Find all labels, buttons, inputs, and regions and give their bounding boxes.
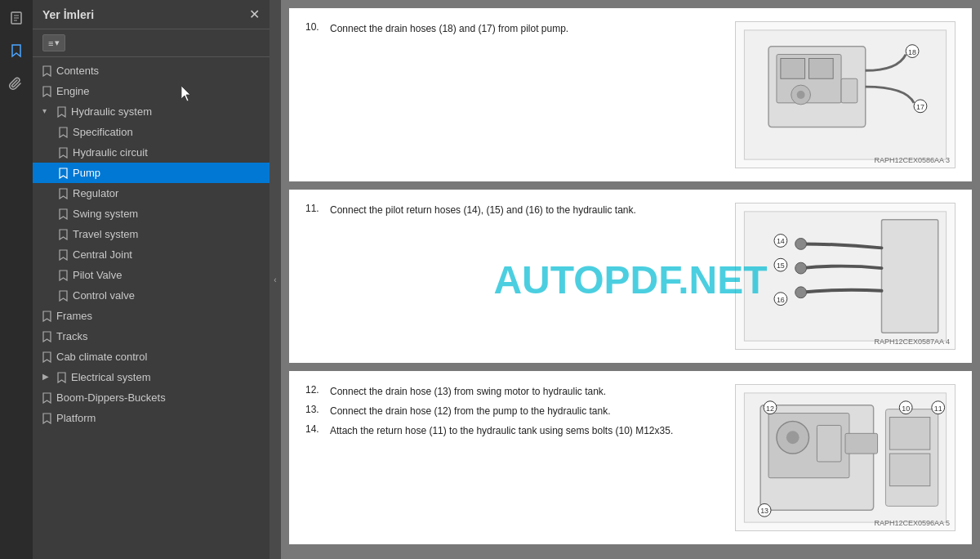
attachments-icon[interactable] [5, 72, 28, 95]
svg-text:14: 14 [777, 237, 785, 245]
main-content: ‹ AUTOPDF.NET 10. Connect the drain hose… [270, 0, 980, 559]
sidebar-item-label: Tracks [56, 330, 88, 342]
bookmark-icon [59, 168, 68, 179]
step-text-10: 10. Connect the drain hoses (18) and (17… [305, 21, 725, 36]
sidebar-item-label: Boom-Dippers-Buckets [56, 391, 166, 404]
sidebar-item-pump[interactable]: Pump [33, 163, 270, 183]
bookmark-icon [42, 351, 51, 363]
step-text: Connect the drain hoses (18) and (17) fr… [330, 21, 725, 36]
step-row-14: 14. Attach the return hose (11) to the h… [305, 423, 725, 438]
svg-rect-36 [889, 454, 929, 486]
diagram-label-11: RAPH12CEX0587AA 4 [874, 338, 950, 346]
svg-rect-35 [889, 418, 929, 450]
step-text-13: Connect the drain hose (12) from the pum… [330, 404, 725, 418]
sidebar-item-boom[interactable]: Boom-Dippers-Buckets [33, 387, 270, 408]
step-num-12: 12. [305, 384, 325, 396]
svg-text:16: 16 [777, 296, 785, 304]
svg-rect-17 [882, 220, 938, 333]
sidebar-item-engine[interactable]: Engine [33, 81, 270, 101]
collapse-icon: ▾ [42, 106, 54, 118]
svg-point-19 [795, 262, 807, 274]
bookmark-icon [42, 86, 51, 97]
diagram-11: 14 15 16 RAPH12CEX0587AA 4 [735, 203, 956, 350]
bookmark-icon [59, 127, 68, 138]
sidebar-item-platform[interactable]: Platform [33, 408, 270, 428]
sidebar-item-cab-climate[interactable]: Cab climate control [33, 347, 270, 367]
svg-rect-32 [817, 425, 841, 462]
bookmark-icon [59, 229, 68, 240]
step-text-14: Attach the return hose (11) to the hydra… [330, 423, 725, 438]
bookmark-icon [59, 208, 68, 220]
step-row-13: 13. Connect the drain hose (12) from the… [305, 404, 725, 418]
bookmark-icon [59, 249, 68, 261]
sidebar-item-label: Specification [73, 126, 133, 138]
svg-text:17: 17 [916, 103, 924, 111]
sidebar-item-specification[interactable]: Specification [33, 122, 270, 142]
sidebar-item-label: Engine [56, 85, 89, 97]
sidebar-item-pilot-valve[interactable]: Pilot Valve [33, 265, 270, 285]
svg-rect-33 [845, 433, 878, 454]
bookmark-icon [42, 331, 51, 342]
collapse-sidebar-handle[interactable]: ‹ [270, 0, 281, 559]
sidebar-item-label: Hydraulic system [71, 105, 152, 118]
sidebar-item-label: Contents [56, 65, 99, 77]
bookmark-icon [42, 65, 51, 77]
page-section-12-14: 12. Connect the drain hose (13) from swi… [289, 371, 972, 544]
bookmark-icon [42, 392, 51, 404]
step-num-10: 10. [305, 21, 325, 33]
menu-icon: ≡ [48, 38, 53, 48]
svg-point-31 [786, 431, 800, 444]
sidebar-item-label: Central Joint [73, 248, 132, 261]
sidebar-item-contents[interactable]: Contents [33, 60, 270, 81]
sidebar-item-label: Swing system [73, 208, 138, 220]
sidebar-toolbar: ≡ ▾ [33, 29, 270, 57]
toolbar-menu-button[interactable]: ≡ ▾ [42, 34, 65, 51]
sidebar: Yer İmleri ✕ ≡ ▾ Contents Engine ▾ Hydra… [33, 0, 270, 559]
bookmark-icon [42, 311, 51, 322]
svg-rect-8 [809, 59, 834, 79]
sidebar-tree: Contents Engine ▾ Hydraulic system Speci… [33, 57, 270, 559]
step-row-10: 10. Connect the drain hoses (18) and (17… [305, 21, 725, 36]
sidebar-item-tracks[interactable]: Tracks [33, 326, 270, 347]
sidebar-item-electrical[interactable]: ▶ Electrical system [33, 367, 270, 387]
svg-text:10: 10 [902, 405, 910, 413]
sidebar-header: Yer İmleri ✕ [33, 0, 270, 29]
sidebar-item-label: Cab climate control [56, 351, 147, 363]
step-text-12-14: 12. Connect the drain hose (13) from swi… [305, 384, 725, 438]
icons-panel [0, 0, 33, 559]
step-num-14: 14. [305, 423, 325, 435]
bookmark-icon [57, 106, 66, 118]
sidebar-item-central-joint[interactable]: Central Joint [33, 244, 270, 265]
diagram-12-14: 13 12 10 11 RAPH12CEX0596AA 5 [735, 384, 956, 531]
sidebar-item-hydraulic-circuit[interactable]: Hydraulic circuit [33, 142, 270, 163]
sidebar-item-frames[interactable]: Frames [33, 306, 270, 326]
sidebar-title: Yer İmleri [42, 8, 94, 21]
svg-text:12: 12 [766, 405, 774, 413]
sidebar-item-control-valve[interactable]: Control valve [33, 285, 270, 306]
page-section-11: 11. Connect the pilot return hoses (14),… [289, 190, 972, 363]
diagram-svg-12-14: 13 12 10 11 [736, 385, 955, 530]
bookmark-icon [59, 270, 68, 281]
step-num-13: 13. [305, 404, 325, 415]
sidebar-item-label: Travel system [73, 228, 138, 240]
expand-icon: ▶ [42, 372, 54, 383]
bookmarks-icon[interactable] [5, 39, 28, 62]
step-text-11: 11. Connect the pilot return hoses (14),… [305, 203, 725, 217]
sidebar-item-label: Pump [73, 167, 100, 179]
instruction-row-12-14: 12. Connect the drain hose (13) from swi… [305, 384, 956, 531]
svg-rect-15 [841, 78, 858, 103]
sidebar-item-label: Regulator [73, 187, 118, 199]
sidebar-item-label: Platform [56, 412, 96, 424]
close-button[interactable]: ✕ [249, 7, 260, 22]
svg-text:18: 18 [908, 48, 916, 56]
document-area[interactable]: AUTOPDF.NET 10. Connect the drain hoses … [281, 0, 980, 559]
pages-icon[interactable] [5, 7, 28, 29]
sidebar-item-regulator[interactable]: Regulator [33, 183, 270, 203]
sidebar-item-hydraulic[interactable]: ▾ Hydraulic system [33, 101, 270, 122]
dropdown-arrow: ▾ [55, 38, 60, 48]
svg-point-20 [795, 287, 807, 298]
sidebar-item-swing[interactable]: Swing system [33, 203, 270, 224]
instruction-row-10: 10. Connect the drain hoses (18) and (17… [305, 21, 956, 168]
sidebar-item-label: Frames [56, 310, 92, 322]
sidebar-item-travel[interactable]: Travel system [33, 224, 270, 244]
